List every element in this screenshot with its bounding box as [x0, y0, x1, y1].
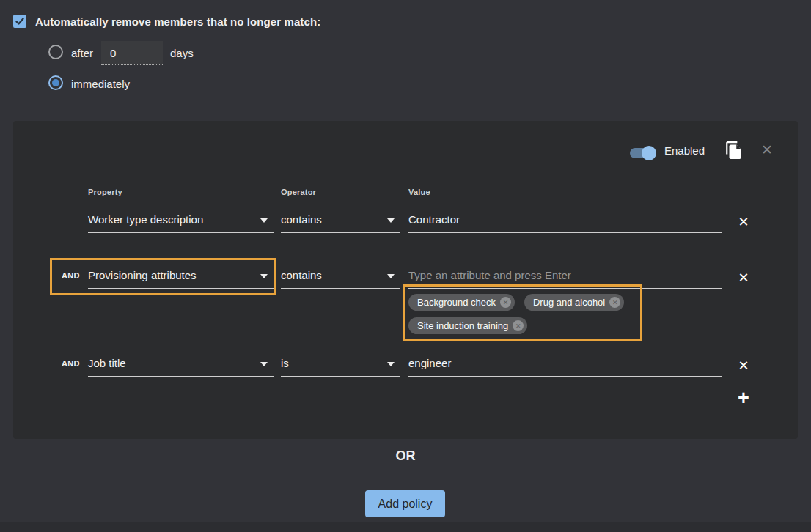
- dropdown-caret-icon: [260, 362, 268, 366]
- chip-remove-icon[interactable]: [513, 320, 524, 331]
- operator-column-header: Operator: [281, 188, 316, 196]
- operator-select-row2[interactable]: contains: [281, 263, 400, 289]
- field-underline: [281, 376, 400, 377]
- enabled-toggle[interactable]: [630, 148, 656, 158]
- checkmark-icon: [15, 16, 25, 26]
- chip-label: Site induction training: [417, 320, 508, 331]
- value-text: engineer: [408, 357, 451, 369]
- field-underline: [88, 232, 274, 233]
- chip-remove-icon[interactable]: [609, 297, 620, 308]
- property-value: Provisioning attributes: [88, 269, 197, 281]
- and-label-row2: AND: [62, 271, 80, 280]
- days-input[interactable]: [101, 41, 163, 65]
- add-policy-button[interactable]: Add policy: [365, 490, 445, 517]
- dropdown-caret-icon: [260, 274, 268, 278]
- delete-row3-button[interactable]: ✕: [735, 357, 752, 374]
- property-select-row1[interactable]: Worker type description: [88, 207, 274, 233]
- immediately-label: immediately: [71, 78, 130, 90]
- operator-select-row1[interactable]: contains: [281, 207, 400, 233]
- attribute-chip: Background check: [408, 294, 515, 311]
- chip-remove-icon[interactable]: [500, 297, 511, 308]
- delete-row1-button[interactable]: ✕: [735, 213, 752, 231]
- dropdown-caret-icon: [260, 218, 268, 223]
- policy-card: Enabled ✕ Property Operator Value Worker…: [13, 121, 798, 439]
- field-underline: [281, 288, 400, 289]
- copy-icon: [724, 141, 744, 160]
- days-suffix-label: days: [170, 47, 194, 59]
- field-underline: [88, 288, 274, 289]
- value-text: Contractor: [408, 213, 460, 226]
- attribute-chip: Drug and alcohol: [524, 294, 624, 311]
- field-underline: [408, 288, 722, 289]
- duplicate-policy-button[interactable]: [724, 141, 744, 160]
- attribute-input-placeholder: Type an attribute and press Enter: [408, 269, 571, 281]
- dropdown-caret-icon: [387, 362, 395, 366]
- property-value: Worker type description: [88, 213, 203, 226]
- enabled-label: Enabled: [664, 144, 705, 157]
- add-condition-button[interactable]: +: [733, 387, 754, 409]
- chip-label: Background check: [417, 297, 496, 308]
- operator-select-row3[interactable]: is: [281, 351, 400, 377]
- toggle-thumb: [642, 146, 656, 160]
- immediately-radio[interactable]: [48, 75, 63, 90]
- field-underline: [408, 232, 722, 233]
- plus-icon: +: [738, 387, 749, 410]
- operator-value: contains: [281, 213, 322, 226]
- operator-value: contains: [281, 269, 322, 281]
- attribute-chip: Site induction training: [408, 317, 527, 334]
- and-label-row3: AND: [62, 359, 80, 368]
- delete-icon: ✕: [738, 358, 749, 374]
- auto-remove-label: Automatically remove members that no lon…: [35, 15, 320, 28]
- after-label: after: [71, 47, 93, 59]
- property-column-header: Property: [88, 188, 122, 196]
- close-policy-button[interactable]: ✕: [758, 141, 776, 158]
- delete-icon: ✕: [738, 214, 749, 230]
- attribute-chips: Background check Drug and alcohol Site i…: [408, 294, 643, 334]
- dropdown-caret-icon: [387, 274, 395, 278]
- after-days-radio[interactable]: [48, 45, 63, 59]
- close-icon: ✕: [761, 141, 773, 158]
- bottom-panel-edge: [0, 522, 811, 532]
- dropdown-caret-icon: [387, 218, 395, 223]
- chip-label: Drug and alcohol: [533, 297, 605, 308]
- card-divider: [24, 171, 787, 171]
- field-underline: [408, 376, 722, 377]
- operator-value: is: [281, 357, 289, 369]
- auto-remove-checkbox[interactable]: [13, 15, 26, 28]
- property-select-row2[interactable]: Provisioning attributes: [88, 263, 274, 289]
- value-column-header: Value: [408, 188, 430, 196]
- delete-icon: ✕: [738, 270, 749, 286]
- or-label: OR: [0, 448, 811, 464]
- value-input-row1[interactable]: Contractor: [408, 207, 722, 233]
- property-value: Job title: [88, 357, 126, 369]
- delete-row2-button[interactable]: ✕: [735, 269, 752, 287]
- value-input-row3[interactable]: engineer: [408, 351, 722, 377]
- field-underline: [281, 232, 400, 233]
- field-underline: [88, 376, 274, 377]
- attribute-input-row2[interactable]: Type an attribute and press Enter: [408, 263, 722, 289]
- property-select-row3[interactable]: Job title: [88, 351, 274, 377]
